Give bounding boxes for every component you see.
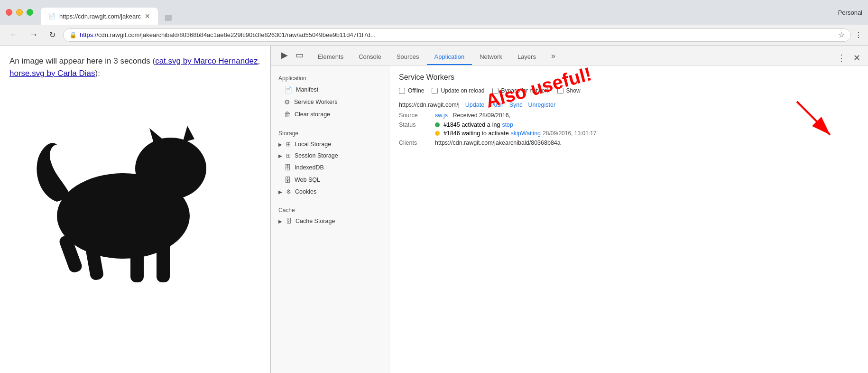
address-text: https://cdn.rawgit.com/jakearchibald/803… [80,31,835,38]
sw-clients-label: Clients [399,140,427,146]
secure-icon: 🔒 [69,31,77,38]
tab-more[interactable]: » [544,48,563,65]
sidebar-item-indexeddb[interactable]: 🗄 IndexedDB [271,161,389,174]
bypass-checkbox[interactable] [492,88,499,94]
sidebar-item-cache-storage[interactable]: ▶ 🗄 Cache Storage [271,215,389,227]
sw-skip-waiting-link[interactable]: skipWaiting [511,130,541,137]
back-button[interactable]: ← [6,28,22,42]
sidebar-local-storage-label: Local Storage [295,141,331,148]
tab-elements[interactable]: Elements [310,49,351,65]
main-area: An image will appear here in 3 seconds (… [0,46,868,373]
sidebar-indexeddb-label: IndexedDB [295,164,324,171]
tab-bar: 📄 https://cdn.rawgit.com/jakearc ✕ [41,0,834,25]
devtools-sidebar: Application 📄 Manifest ⚙ Service Workers… [271,65,389,373]
sw-stop-link[interactable]: stop [502,121,513,128]
status-green-dot [435,122,440,127]
sidebar-cookies-label: Cookies [295,188,316,195]
status1-text: #1845 activated a [443,121,490,128]
tab-sources[interactable]: Sources [389,49,427,65]
tab-console[interactable]: Console [351,49,389,65]
sw-options: Offline Update on reload Bypass for netw… [399,87,859,94]
sw-push-link[interactable]: Push [490,102,504,108]
page-text: An image will appear here in 3 seconds (… [9,55,260,79]
show-checkbox[interactable] [557,88,563,94]
show-label: Show [566,87,581,94]
page-text-before: An image will appear here in 3 seconds ( [9,56,155,65]
clear-storage-icon: 🗑 [284,111,291,118]
svg-rect-3 [130,242,144,282]
sidebar-item-cookies[interactable]: ▶ ⚙ Cookies [271,186,389,197]
manifest-icon: 📄 [284,86,292,93]
page-text-after: ): [95,69,100,78]
svg-point-1 [135,138,206,199]
tab-layers[interactable]: Layers [510,49,544,65]
cat-link[interactable]: cat.svg by Marco Hernandez [155,56,258,65]
update-on-reload-checkbox[interactable] [432,88,438,94]
status1-ing: ing [492,121,500,128]
update-on-reload-option[interactable]: Update on reload [432,87,484,94]
sidebar-section-application: Application [271,71,389,84]
sidebar-section-cache: Cache [271,203,389,215]
devtools-close-button[interactable]: ✕ [850,51,864,65]
sidebar-item-session-storage[interactable]: ▶ ⊞ Session Storage [271,150,389,161]
sidebar-item-web-sql[interactable]: 🗄 Web SQL [271,174,389,186]
expand-arrow-session-icon: ▶ [278,153,282,159]
sidebar-item-local-storage[interactable]: ▶ ⊞ Local Storage [271,139,389,150]
horse-link[interactable]: horse.svg by Carla Dias [9,69,95,78]
sw-clients-row: Clients https://cdn.rawgit.com/jakearchi… [399,140,859,146]
refresh-button[interactable]: ↻ [46,28,59,41]
sidebar-session-storage-label: Session Storage [295,152,338,159]
device-toolbar-icon[interactable]: ▭ [293,49,306,61]
sidebar-sw-label: Service Workers [294,99,337,105]
sw-status-value: #1845 activated a ing stop #1846 waiting… [435,121,596,137]
indexeddb-icon: 🗄 [284,164,291,171]
sw-clients-value: https://cdn.rawgit.com/jakearchibald/803… [435,140,561,146]
cat-image [9,83,261,282]
title-bar: 📄 https://cdn.rawgit.com/jakearc ✕ Perso… [0,0,868,25]
new-tab-button[interactable] [160,11,177,25]
browser-menu-button[interactable]: ⋮ [855,30,862,39]
sidebar-item-manifest[interactable]: 📄 Manifest [271,84,389,96]
devtools-menu-button[interactable]: ⋮ [833,51,850,65]
minimize-button[interactable] [16,9,23,16]
offline-checkbox[interactable] [399,88,405,94]
status2-text: #1846 waiting to activate [443,130,509,137]
sw-status-label: Status [399,121,427,128]
sidebar-item-clear-storage[interactable]: 🗑 Clear storage [271,108,389,121]
show-option[interactable]: Show [557,87,581,94]
tab-application[interactable]: Application [427,49,472,65]
service-workers-icon: ⚙ [284,98,290,106]
svg-rect-2 [157,240,170,282]
bypass-option[interactable]: Bypass for network [492,87,550,94]
tab-network[interactable]: Network [472,49,510,65]
address-bar[interactable]: 🔒 https://cdn.rawgit.com/jakearchibald/8… [63,28,851,42]
browser-tab[interactable]: 📄 https://cdn.rawgit.com/jakearc ✕ [41,8,158,25]
offline-option[interactable]: Offline [399,87,424,94]
status2-date: 28/09/2016, 13:01:17 [543,130,596,137]
sw-js-link[interactable]: sw.js [435,112,448,119]
sw-sync-link[interactable]: Sync [509,102,523,108]
expand-arrow-icon: ▶ [278,142,282,147]
sw-unregister-link[interactable]: Unregister [528,102,555,108]
sw-update-link[interactable]: Update [465,102,484,108]
forward-button[interactable]: → [26,28,42,42]
expand-arrow-cookies-icon: ▶ [278,189,282,195]
sidebar-web-sql-label: Web SQL [295,177,320,183]
sw-entry: Also useful! [399,102,859,146]
sidebar-item-service-workers[interactable]: ⚙ Service Workers [271,96,389,108]
fullscreen-button[interactable] [27,9,33,16]
tab-close-icon[interactable]: ✕ [145,12,150,20]
bookmark-star-icon[interactable]: ☆ [838,30,845,39]
sw-status-row: Status #1845 activated a ing stop [399,121,859,137]
sidebar-section-storage: Storage [271,126,389,139]
inspect-element-icon[interactable]: ▶ [278,49,291,61]
sw-url-text: https://cdn.rawgit.com/j [399,102,460,108]
devtools-main-panel: Service Workers Offline Update on reload [389,65,868,373]
tab-favicon-icon: 📄 [48,13,55,19]
browser-window: 📄 https://cdn.rawgit.com/jakearc ✕ Perso… [0,0,868,373]
tab-title: https://cdn.rawgit.com/jakearc [59,13,141,20]
nav-bar: ← → ↻ 🔒 https://cdn.rawgit.com/jakearchi… [0,25,868,46]
devtools-tab-bar: ▶ ▭ Elements Console Sources Application… [271,46,868,65]
sw-source-value: sw.js Received 28/09/2016, [435,112,510,119]
close-button[interactable] [6,9,12,16]
